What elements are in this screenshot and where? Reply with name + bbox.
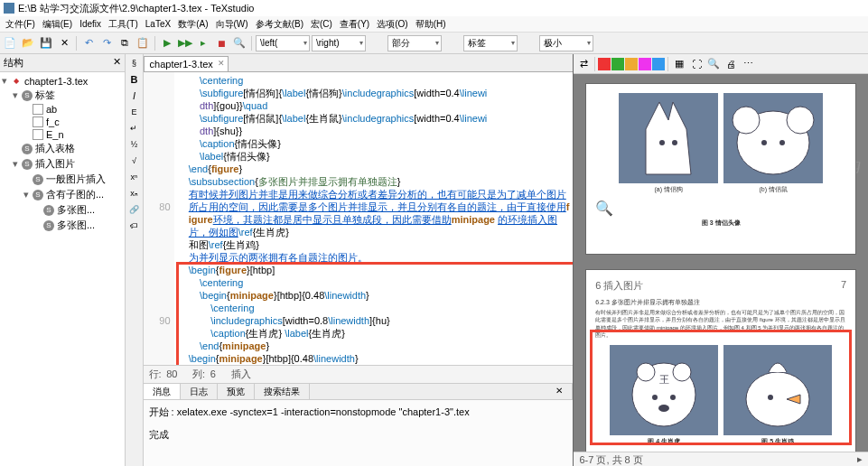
pv-more-icon[interactable]: ⋯	[740, 56, 756, 72]
compile-icon[interactable]: ▸	[195, 35, 211, 51]
left-delim-combo[interactable]: \left(	[256, 35, 310, 51]
tree-item[interactable]: ▾S标签	[2, 88, 123, 103]
app-icon	[4, 3, 14, 14]
menu-latex[interactable]: LaTeX	[142, 19, 174, 29]
tree-item[interactable]: E_n	[2, 128, 123, 141]
line-gutter: 80 90	[144, 72, 174, 365]
editor-status: 行: 80 列: 6 插入	[144, 365, 574, 383]
side-ref-icon[interactable]: 🔗	[126, 202, 141, 217]
copy-icon[interactable]: ⧉	[117, 35, 133, 51]
svg-point-6	[761, 140, 767, 145]
section-combo[interactable]: 部分	[387, 35, 442, 51]
menu-idefix[interactable]: Idefix	[76, 19, 105, 29]
side-em-icon[interactable]: E	[126, 105, 141, 119]
new-icon[interactable]: 📄	[2, 35, 18, 51]
svg-point-13	[670, 395, 676, 400]
menu-macro[interactable]: 宏(C)	[307, 18, 336, 31]
msg-close-icon[interactable]: ✕	[546, 384, 573, 399]
msg-tab-messages[interactable]: 消息	[144, 384, 181, 399]
close-icon[interactable]: ✕	[56, 35, 72, 51]
pv-scroll-right-icon[interactable]: ▸	[857, 453, 863, 465]
side-italic-icon[interactable]: I	[126, 89, 141, 103]
preview-image: 王	[610, 345, 718, 435]
pv-fit-icon[interactable]: ⛶	[688, 56, 705, 72]
preview-toolbar: ⇄ ▦ ⛶ 🔍 🖨 ⋯	[574, 54, 868, 74]
pv-color-blue[interactable]	[652, 58, 665, 70]
redo-icon[interactable]: ↷	[98, 35, 115, 51]
tree-item[interactable]: S插入表格	[2, 141, 123, 156]
pv-color-magenta[interactable]	[639, 58, 651, 70]
svg-point-5	[787, 107, 814, 134]
preview-image	[723, 93, 823, 183]
sec-icon: S	[22, 90, 33, 101]
paste-icon[interactable]: 📋	[135, 35, 151, 51]
menu-view[interactable]: 查看(Y)	[336, 18, 373, 31]
structure-panel: 结构 ✕ ▾ ◆ chapter1-3.tex ▾S标签abf_cE_nS插入表…	[0, 54, 126, 466]
magnifier-icon[interactable]: 🔍	[595, 200, 846, 217]
pv-sync-icon[interactable]: ⇄	[575, 56, 592, 72]
tex-file-icon: ◆	[11, 76, 22, 87]
preview-viewport[interactable]: joefsong (a) 情侣狗 (b) 情侣鼠	[574, 74, 868, 452]
view-icon[interactable]: 🔍	[231, 35, 247, 51]
msg-tab-search[interactable]: 搜索结果	[255, 384, 310, 399]
menu-help[interactable]: 帮助(H)	[412, 18, 450, 31]
side-sup-icon[interactable]: xⁿ	[126, 170, 141, 184]
side-sub-icon[interactable]: xₙ	[126, 186, 141, 200]
label-combo[interactable]: 标签	[463, 35, 518, 51]
tree-item[interactable]: f_c	[2, 116, 123, 128]
editor-tab[interactable]: chapter1-3.tex ✕	[144, 56, 229, 71]
side-frac-icon[interactable]: ½	[126, 137, 141, 152]
svg-point-10	[673, 363, 691, 381]
tree-item[interactable]: S多张图...	[2, 202, 123, 218]
size-combo[interactable]: 极小	[539, 35, 593, 51]
menu-wizard[interactable]: 向导(W)	[212, 18, 252, 31]
stop-icon[interactable]: ⏹	[213, 35, 229, 51]
tree-item[interactable]: ▾S含有子图的...	[2, 187, 123, 202]
panel-close-icon[interactable]: ✕	[113, 56, 121, 70]
menu-bib[interactable]: 参考文献(B)	[252, 18, 307, 31]
svg-point-16	[768, 395, 773, 400]
pv-grid-icon[interactable]: ▦	[671, 56, 687, 72]
tree-item[interactable]: S一般图片插入	[2, 172, 123, 187]
tree-root[interactable]: ▾ ◆ chapter1-3.tex	[2, 74, 123, 88]
pv-zoom-icon[interactable]: 🔍	[705, 56, 722, 72]
right-delim-combo[interactable]: \right)	[312, 35, 366, 51]
open-icon[interactable]: 📂	[20, 35, 36, 51]
doc-icon	[33, 129, 43, 140]
pv-color-red[interactable]	[598, 58, 611, 70]
menu-bar: 文件(F) 编辑(E) Idefix 工具(T) LaTeX 数学(A) 向导(…	[0, 16, 868, 33]
tree-item[interactable]: ab	[2, 103, 123, 116]
menu-edit[interactable]: 编辑(E)	[39, 18, 76, 31]
tree-item[interactable]: S多张图...	[2, 218, 123, 233]
menu-tools[interactable]: 工具(T)	[105, 18, 142, 31]
tab-close-icon[interactable]: ✕	[218, 59, 225, 68]
sec-icon: S	[33, 190, 43, 200]
side-section-icon[interactable]: §	[126, 56, 141, 70]
tree-item[interactable]: ▾S插入图片	[2, 156, 123, 172]
message-panel: 消息 日志 预览 搜索结果 ✕ 开始 : xelatex.exe -syncte…	[144, 383, 574, 466]
menu-options[interactable]: 选项(O)	[373, 18, 411, 31]
msg-tab-log[interactable]: 日志	[181, 384, 218, 399]
sec-icon: S	[22, 159, 33, 170]
side-bold-icon[interactable]: B	[126, 72, 141, 87]
code-content[interactable]: \centering \subfigure[情侣狗]{\label{情侣狗}\i…	[174, 72, 574, 365]
msg-tab-preview[interactable]: 预览	[218, 384, 255, 399]
structure-tree[interactable]: ▾ ◆ chapter1-3.tex ▾S标签abf_cE_nS插入表格▾S插入…	[0, 72, 125, 466]
message-body[interactable]: 开始 : xelatex.exe -synctex=1 -interaction…	[144, 400, 574, 466]
preview-image	[619, 93, 718, 183]
build-view-icon[interactable]: ▶▶	[177, 35, 193, 51]
side-sqrt-icon[interactable]: √	[126, 154, 141, 168]
side-newline-icon[interactable]: ↵	[126, 121, 141, 135]
build-icon[interactable]: ▶	[159, 35, 175, 51]
pv-color-green[interactable]	[611, 58, 624, 70]
code-editor[interactable]: 80 90 \centering \subfigure[情侣狗]{\label{…	[144, 72, 574, 365]
save-icon[interactable]: 💾	[38, 35, 54, 51]
menu-file[interactable]: 文件(F)	[2, 18, 39, 31]
sec-icon: S	[33, 174, 43, 185]
undo-icon[interactable]: ↶	[80, 35, 97, 51]
side-label-icon[interactable]: 🏷	[126, 219, 141, 233]
pv-color-orange[interactable]	[625, 58, 638, 70]
pv-print-icon[interactable]: 🖨	[723, 56, 739, 72]
menu-math[interactable]: 数学(A)	[174, 18, 211, 31]
editor-side-toolbar: § B I E ↵ ½ √ xⁿ xₙ 🔗 🏷	[126, 54, 143, 466]
